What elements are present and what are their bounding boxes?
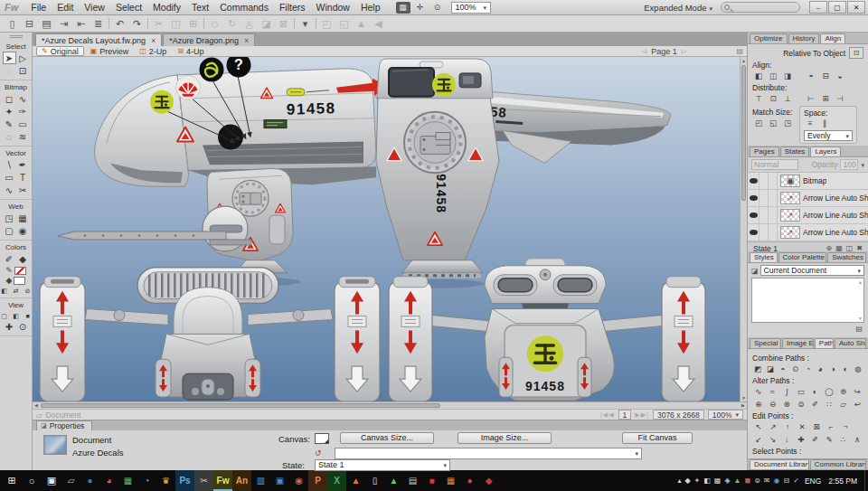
combine-path-button[interactable]: ◕ <box>815 364 826 374</box>
menu-item[interactable]: File <box>25 1 52 14</box>
layer-thumbnail[interactable]: ↗ <box>780 192 800 204</box>
menu-item[interactable]: Commands <box>214 1 274 14</box>
panel-tab[interactable]: Align <box>820 33 845 43</box>
panel-tab[interactable]: Styles <box>750 252 778 262</box>
layer-visibility-icon[interactable] <box>748 173 760 189</box>
align-button[interactable]: ◒ <box>834 71 846 81</box>
tray-icon[interactable]: ▴ <box>677 477 681 485</box>
toolbar-icon[interactable]: ↶ <box>113 18 127 30</box>
color-option-icon[interactable]: ⊘ <box>24 287 33 295</box>
document-tab[interactable]: *Azure Dragon.png× <box>163 33 255 46</box>
jade-roundel-decal[interactable] <box>432 73 456 97</box>
stroke-color-well[interactable] <box>14 267 26 275</box>
bitmap-tool-icon[interactable]: ◌ <box>3 130 16 143</box>
taskbar-app-icon[interactable]: ▣ <box>270 470 289 491</box>
view-mode-tab[interactable]: ⊞4-Up <box>173 46 208 56</box>
toolbar-icon[interactable] <box>147 18 148 29</box>
tray-icon[interactable]: ▲ <box>734 477 741 485</box>
edit-point-button[interactable]: ↓ <box>780 434 793 445</box>
view-mode-tab[interactable]: ✎Original <box>36 46 84 56</box>
alter-path-button[interactable]: ⊗ <box>780 399 793 410</box>
image-size-button[interactable]: Image Size... <box>458 432 552 444</box>
edit-point-button[interactable]: ↘ <box>767 434 779 445</box>
menu-item[interactable]: Modify <box>147 1 186 14</box>
empty-select[interactable] <box>335 448 642 459</box>
horizontal-scrollbar[interactable] <box>33 401 747 409</box>
taskbar-app-icon[interactable]: ▲ <box>384 470 403 491</box>
toolbar-icon[interactable]: ◰ <box>320 18 334 30</box>
space-button[interactable]: ≡ <box>804 118 816 128</box>
toolbar-icon[interactable]: ▤ <box>40 18 53 30</box>
align-button[interactable]: ◧ <box>752 71 765 81</box>
panel-tab[interactable]: States <box>780 146 810 156</box>
panel-tab[interactable]: Optimize <box>750 33 788 43</box>
search-box[interactable] <box>721 2 800 13</box>
edit-point-button[interactable]: ↗ <box>767 421 779 432</box>
distribute-button[interactable]: ⊞ <box>819 93 832 104</box>
layer-lock-cell[interactable] <box>760 207 769 223</box>
menu-item[interactable]: Text <box>186 1 214 14</box>
edit-point-button[interactable]: ✎ <box>823 434 835 445</box>
toolbar-icon[interactable]: ◀ <box>372 18 385 30</box>
panel-tab[interactable]: Swatches <box>827 252 866 262</box>
bitmap-tool-icon[interactable]: ◻ <box>3 92 16 105</box>
fit-canvas-button[interactable]: Fit Canvas <box>622 432 693 444</box>
taskbar-app-icon[interactable]: Ps <box>175 470 194 491</box>
alter-path-button[interactable]: ◐ <box>809 386 822 397</box>
tray-icon[interactable]: ✦ <box>694 477 701 485</box>
tray-icon[interactable]: ◉ <box>774 477 780 485</box>
close-tab-icon[interactable]: × <box>244 36 249 45</box>
hull-number-decal-side[interactable]: 91458 <box>287 99 336 118</box>
layer-name[interactable]: Arrow Line Auto Sh... <box>803 194 868 203</box>
logo-roundel[interactable] <box>200 57 224 81</box>
document-tab[interactable]: *Azure Decals Layout.fw.png× <box>35 33 162 46</box>
distribute-button[interactable]: ⊣ <box>834 93 846 104</box>
taskbar-app-icon[interactable]: P <box>308 470 327 491</box>
screen-mode-icon[interactable]: ■ <box>24 312 33 320</box>
match-size-button[interactable]: ◳ <box>781 118 794 128</box>
layer-visibility-icon[interactable] <box>748 207 760 223</box>
rising-sun-roundel[interactable] <box>176 75 201 99</box>
vector-tool-icon[interactable]: T <box>16 171 30 184</box>
menu-item[interactable]: Select <box>110 1 147 14</box>
alter-path-button[interactable]: ✐ <box>809 399 822 410</box>
blend-mode-select[interactable]: Normal <box>751 159 798 170</box>
toolbar-icon[interactable]: ◱ <box>337 18 351 30</box>
edit-point-button[interactable]: ↑ <box>781 421 794 432</box>
distribute-button[interactable]: ⊡ <box>767 93 779 104</box>
bitmap-tool-icon[interactable]: ∿ <box>16 92 30 105</box>
toolbar-icon[interactable] <box>203 18 204 29</box>
menu-item[interactable]: Window <box>311 1 355 14</box>
close-button[interactable]: ✕ <box>847 1 865 14</box>
alter-path-button[interactable]: ∿ <box>752 386 765 397</box>
combine-path-button[interactable]: ◩ <box>752 364 763 374</box>
menu-item[interactable]: Edit <box>52 1 79 14</box>
panel-tab[interactable]: Special Char <box>750 338 781 348</box>
taskbar-app-icon[interactable]: X <box>327 470 346 491</box>
match-size-button[interactable]: ◱ <box>767 118 779 128</box>
screen-mode-icon[interactable]: ▢ <box>0 312 9 320</box>
distribute-button[interactable]: ⊥ <box>781 93 794 104</box>
color-option-icon[interactable]: ◧ <box>0 287 9 295</box>
alter-path-button[interactable]: ↪ <box>851 386 863 397</box>
chevron-down-icon[interactable] <box>861 160 864 169</box>
edit-point-button[interactable]: ⌐ <box>825 421 837 432</box>
green-plate-decal[interactable] <box>264 120 287 128</box>
panel-grip[interactable] <box>10 35 23 38</box>
space-mode-select[interactable]: Evenly <box>804 130 853 141</box>
minimize-button[interactable]: – <box>809 1 827 14</box>
page-nav-icon[interactable]: ◀ <box>609 411 614 418</box>
taskbar-app-icon[interactable]: ◔ <box>137 470 156 491</box>
taskbar-app-icon[interactable]: ▦ <box>118 470 137 491</box>
view-tool-icon[interactable]: ⊙ <box>16 320 30 333</box>
tray-icon[interactable]: ⊜ <box>754 477 760 485</box>
panel-tab[interactable]: Auto Shapes <box>835 338 866 348</box>
layer-row[interactable]: ▣ Bitmap <box>748 173 868 190</box>
select-tool-icon[interactable]: ⊡ <box>16 64 30 77</box>
web-tool-icon[interactable]: ◉ <box>16 224 30 237</box>
panel-tab[interactable]: Document Library <box>750 459 809 469</box>
taskbar-app-icon[interactable]: ▦ <box>441 470 460 491</box>
titlebar-tool-icon[interactable]: ⊙ <box>430 2 445 14</box>
layer-lock-cell[interactable] <box>760 190 769 206</box>
align-button[interactable]: ◨ <box>781 71 794 81</box>
